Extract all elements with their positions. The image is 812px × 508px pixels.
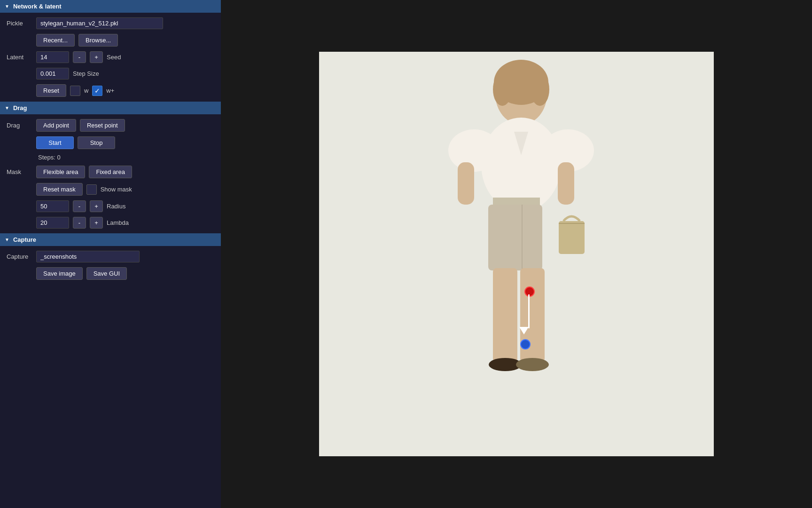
radius-input[interactable] bbox=[36, 200, 69, 212]
pickle-label: Pickle bbox=[7, 20, 32, 27]
drag-section-body: Drag Add point Reset point Start Stop St… bbox=[0, 114, 221, 233]
svg-rect-10 bbox=[558, 162, 574, 205]
drag-label-row: Drag Add point Reset point bbox=[7, 119, 214, 132]
start-stop-row: Start Stop bbox=[36, 136, 214, 149]
radius-row: - + Radius bbox=[36, 200, 214, 212]
reset-mask-button[interactable]: Reset mask bbox=[36, 183, 83, 196]
drag-section-title: Drag bbox=[13, 104, 27, 111]
latent-plus-button[interactable]: + bbox=[90, 51, 103, 63]
capture-section-title: Capture bbox=[13, 236, 36, 243]
w-label: w bbox=[84, 87, 88, 94]
pickle-input[interactable] bbox=[36, 17, 163, 29]
drag-label: Drag bbox=[7, 122, 32, 129]
latent-input[interactable] bbox=[36, 51, 69, 63]
drag-arrow-line bbox=[528, 294, 530, 328]
left-panel: ▼ Network & latent Pickle Recent... Brow… bbox=[0, 0, 221, 508]
drag-arrow-icon: ▼ bbox=[5, 105, 9, 111]
start-button[interactable]: Start bbox=[36, 136, 74, 149]
capture-buttons-row: Save image Save GUI bbox=[36, 267, 214, 280]
pickle-row: Pickle bbox=[7, 17, 214, 29]
svg-point-3 bbox=[493, 73, 512, 106]
reset-mask-row: Reset mask Show mask bbox=[36, 183, 214, 196]
fixed-area-button[interactable]: Fixed area bbox=[89, 166, 132, 178]
capture-section-header: ▼ Capture bbox=[0, 233, 221, 246]
radius-minus-button[interactable]: - bbox=[73, 200, 86, 212]
steps-display: Steps: 0 bbox=[38, 154, 61, 161]
svg-point-7 bbox=[448, 129, 500, 172]
save-gui-button[interactable]: Save GUI bbox=[86, 267, 127, 280]
svg-rect-13 bbox=[488, 205, 542, 270]
lambda-plus-button[interactable]: + bbox=[90, 217, 103, 229]
w-checkbox[interactable] bbox=[70, 86, 80, 96]
right-panel bbox=[221, 0, 812, 508]
pickle-buttons-row: Recent... Browse... bbox=[36, 34, 214, 47]
recent-button[interactable]: Recent... bbox=[36, 34, 75, 47]
network-section-body: Pickle Recent... Browse... Latent - + Se… bbox=[0, 13, 221, 102]
capture-label: Capture bbox=[7, 253, 32, 260]
radius-plus-button[interactable]: + bbox=[90, 200, 103, 212]
mask-label: Mask bbox=[7, 168, 32, 175]
svg-point-4 bbox=[531, 73, 549, 106]
network-section-title: Network & latent bbox=[13, 3, 62, 10]
svg-rect-19 bbox=[559, 221, 585, 254]
reset-point-button[interactable]: Reset point bbox=[80, 119, 125, 132]
lambda-input[interactable] bbox=[36, 217, 69, 229]
browse-button[interactable]: Browse... bbox=[78, 34, 118, 47]
latent-row: Latent - + Seed bbox=[7, 51, 214, 63]
capture-path-input[interactable] bbox=[36, 251, 140, 262]
image-container[interactable] bbox=[319, 52, 714, 456]
mask-label-row: Mask Flexible area Fixed area bbox=[7, 166, 214, 178]
network-section-header: ▼ Network & latent bbox=[0, 0, 221, 13]
drag-arrowhead bbox=[519, 327, 529, 334]
drag-section-header: ▼ Drag bbox=[0, 102, 221, 114]
show-mask-checkbox[interactable] bbox=[86, 184, 97, 195]
seed-label: Seed bbox=[107, 54, 121, 61]
save-image-button[interactable]: Save image bbox=[36, 267, 83, 280]
radius-label: Radius bbox=[107, 203, 125, 210]
step-size-input[interactable] bbox=[36, 68, 69, 79]
show-mask-label: Show mask bbox=[101, 186, 132, 193]
steps-row: Steps: 0 bbox=[36, 154, 214, 161]
svg-rect-9 bbox=[458, 162, 474, 205]
w-plus-checkbox[interactable]: ✓ bbox=[92, 86, 102, 96]
model-svg bbox=[319, 52, 714, 456]
capture-section-body: Capture Save image Save GUI bbox=[0, 246, 221, 285]
lambda-minus-button[interactable]: - bbox=[73, 217, 86, 229]
stop-button[interactable]: Stop bbox=[78, 136, 115, 149]
svg-rect-15 bbox=[493, 268, 517, 362]
capture-path-row: Capture bbox=[7, 251, 214, 262]
capture-arrow-icon: ▼ bbox=[5, 237, 9, 242]
reset-button[interactable]: Reset bbox=[36, 84, 66, 97]
add-point-button[interactable]: Add point bbox=[36, 119, 76, 132]
lambda-label: Lambda bbox=[107, 219, 129, 226]
step-size-label: Step Size bbox=[73, 70, 99, 77]
drag-point-blue[interactable] bbox=[520, 339, 531, 349]
latent-label: Latent bbox=[7, 54, 32, 61]
lambda-row: - + Lambda bbox=[36, 217, 214, 229]
svg-point-18 bbox=[516, 358, 549, 371]
latent-minus-button[interactable]: - bbox=[73, 51, 86, 63]
step-size-row: Step Size bbox=[36, 68, 214, 79]
flexible-area-button[interactable]: Flexible area bbox=[36, 166, 85, 178]
w-plus-label: w+ bbox=[106, 87, 114, 94]
reset-row: Reset w ✓ w+ bbox=[36, 84, 214, 97]
network-arrow-icon: ▼ bbox=[5, 4, 9, 9]
w-plus-checkmark: ✓ bbox=[94, 87, 100, 95]
